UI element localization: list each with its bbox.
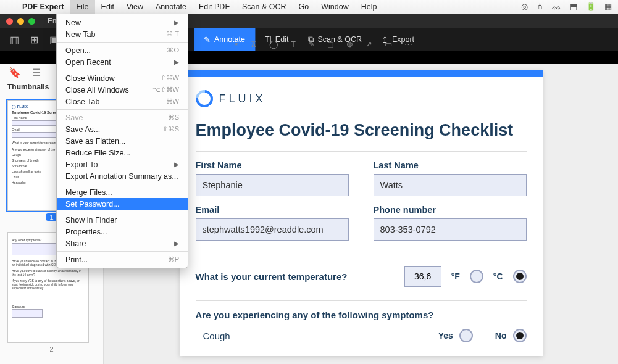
menu-item-mergefiles[interactable]: Merge Files...	[57, 186, 188, 198]
symptom-question: Are you experiencing any of the followin…	[196, 310, 527, 320]
unit-c-label: °C	[493, 271, 503, 281]
menu-item-open[interactable]: Open...⌘O	[57, 44, 188, 56]
menu-editpdf[interactable]: Edit PDF	[193, 0, 236, 14]
menu-item-label: Save As...	[65, 125, 100, 134]
outline-icon[interactable]: ☰	[32, 67, 41, 78]
menu-item-print[interactable]: Print...⌘P	[57, 254, 188, 265]
close-window-button[interactable]	[6, 18, 13, 25]
tray-icon[interactable]: 🔋	[586, 2, 596, 12]
menu-item-label: New Tab	[65, 30, 95, 39]
menu-item-closewindow[interactable]: Close Window⇧⌘W	[57, 72, 188, 84]
unit-f-label: °F	[451, 271, 460, 281]
menu-item-save: Save⌘S	[57, 112, 188, 123]
submenu-arrow-icon: ▶	[174, 240, 179, 247]
shortcut-label: ⌘ T	[166, 30, 179, 38]
menu-item-label: New	[65, 19, 81, 27]
last-name-label: Last Name	[374, 160, 527, 170]
menu-item-label: Export Annotation Summary as...	[65, 172, 178, 181]
tool-icon[interactable]: ⊼	[251, 39, 257, 49]
menu-item-setpassword[interactable]: Set Password...	[57, 198, 188, 210]
menu-item-label: Open...	[65, 46, 91, 55]
first-name-label: First Name	[196, 160, 349, 170]
menu-item-label: Close All Windows	[65, 86, 129, 94]
temp-input[interactable]	[404, 266, 441, 287]
app-name[interactable]: PDF Expert	[16, 2, 70, 11]
menu-item-saveas[interactable]: Save As...⇧⌘S	[57, 123, 188, 135]
symptom-cough-label: Cough	[196, 331, 230, 341]
cough-yes-radio[interactable]	[459, 329, 473, 342]
zoom-window-button[interactable]	[28, 18, 35, 25]
menu-item-openrecent[interactable]: Open Recent▶	[57, 56, 188, 68]
tool-icon[interactable]: ◯	[269, 39, 278, 49]
menu-scanocr[interactable]: Scan & OCR	[236, 0, 293, 14]
menu-item-share[interactable]: Share▶	[57, 238, 188, 249]
sidebar-toggle-icon[interactable]: ▥	[9, 34, 20, 45]
yes-label: Yes	[438, 331, 453, 341]
tool-icon[interactable]: ⭑	[235, 39, 238, 49]
menu-item-newtab[interactable]: New Tab⌘ T	[57, 28, 188, 40]
tray-icon[interactable]: ᨐ	[552, 2, 561, 12]
brand: FLUIX	[196, 90, 527, 107]
menu-annotate[interactable]: Annotate	[149, 0, 193, 14]
page-1: FLUIX Employee Covid-19 Screening Checkl…	[180, 70, 543, 356]
no-label: No	[495, 331, 507, 341]
tray-icon[interactable]: ⬒	[570, 2, 577, 12]
tray-icon[interactable]: ⋔	[537, 2, 543, 12]
menu-item-label: Save	[65, 114, 83, 122]
menu-item-label: Close Window	[65, 74, 115, 83]
menu-item-properties[interactable]: Properties...	[57, 226, 188, 238]
menu-go[interactable]: Go	[293, 0, 315, 14]
cough-no-radio[interactable]	[513, 329, 527, 342]
shortcut-label: ⌥⇧⌘W	[152, 86, 179, 94]
menu-file[interactable]: File	[70, 0, 94, 14]
menu-item-label: Share	[65, 239, 86, 248]
menu-item-closetab[interactable]: Close Tab⌘W	[57, 96, 188, 107]
menu-item-saveasflatten[interactable]: Save as Flatten...	[57, 135, 188, 147]
phone-label: Phone number	[374, 205, 527, 215]
tool-icon[interactable]: T	[291, 39, 296, 49]
phone-input[interactable]	[374, 218, 527, 241]
menu-item-label: Print...	[65, 255, 88, 264]
first-name-input[interactable]	[196, 174, 349, 196]
email-input[interactable]	[196, 218, 349, 241]
menu-item-new[interactable]: New▶	[57, 17, 188, 28]
tool-icon[interactable]: ✎	[308, 39, 315, 49]
menu-item-label: Show in Finder	[65, 216, 117, 225]
document-title: Employee Covid-19 Screening Checklist	[196, 121, 527, 140]
tool-icon[interactable]: ⊜	[346, 39, 353, 49]
unit-c-radio[interactable]	[513, 270, 527, 283]
menu-item-label: Close Tab	[65, 97, 99, 106]
annotate-sub-toolbar: ⭑ ⊼ ◯ T ✎ ◻ ⊜ ↗ ▭ ⋯	[235, 37, 482, 51]
submenu-arrow-icon: ▶	[174, 19, 179, 26]
menu-window[interactable]: Window	[315, 0, 354, 14]
grid-view-icon[interactable]: ⊞	[28, 34, 40, 45]
menu-item-exportannotationsummaryas[interactable]: Export Annotation Summary as...	[57, 170, 188, 182]
menu-edit[interactable]: Edit	[95, 0, 121, 14]
tool-icon[interactable]: ↗	[365, 39, 372, 49]
menu-item-exportto[interactable]: Export To▶	[57, 159, 188, 170]
file-menu-dropdown: New▶New Tab⌘ TOpen...⌘OOpen Recent▶Close…	[56, 14, 188, 268]
menu-item-label: Set Password...	[65, 200, 120, 209]
traffic-lights	[0, 18, 35, 25]
page-number-2[interactable]: 2	[7, 345, 96, 353]
menu-item-label: Save as Flatten...	[65, 137, 125, 146]
tool-icon[interactable]: ◻	[327, 39, 334, 49]
email-label: Email	[196, 205, 349, 215]
tool-icon[interactable]: ▭	[385, 39, 392, 49]
unit-f-radio[interactable]	[470, 270, 483, 283]
menu-item-reducefilesize[interactable]: Reduce File Size...	[57, 147, 188, 159]
tray-icon[interactable]: ▦	[604, 2, 612, 12]
shortcut-label: ⌘P	[168, 255, 179, 263]
tray-icon[interactable]: ◎	[521, 2, 528, 12]
bookmark-icon[interactable]: 🔖	[9, 67, 21, 78]
menubar-tray: ◎⋔ᨐ⬒🔋▦	[521, 2, 618, 12]
tool-icon[interactable]: ⋯	[404, 39, 412, 49]
menu-view[interactable]: View	[120, 0, 149, 14]
menu-item-showinfinder[interactable]: Show in Finder	[57, 214, 188, 226]
menu-item-closeallwindows[interactable]: Close All Windows⌥⇧⌘W	[57, 84, 188, 96]
last-name-input[interactable]	[374, 174, 527, 196]
minimize-window-button[interactable]	[17, 18, 24, 25]
menu-help[interactable]: Help	[355, 0, 383, 14]
shortcut-label: ⌘O	[167, 46, 179, 54]
brand-text: FLUIX	[219, 93, 266, 105]
